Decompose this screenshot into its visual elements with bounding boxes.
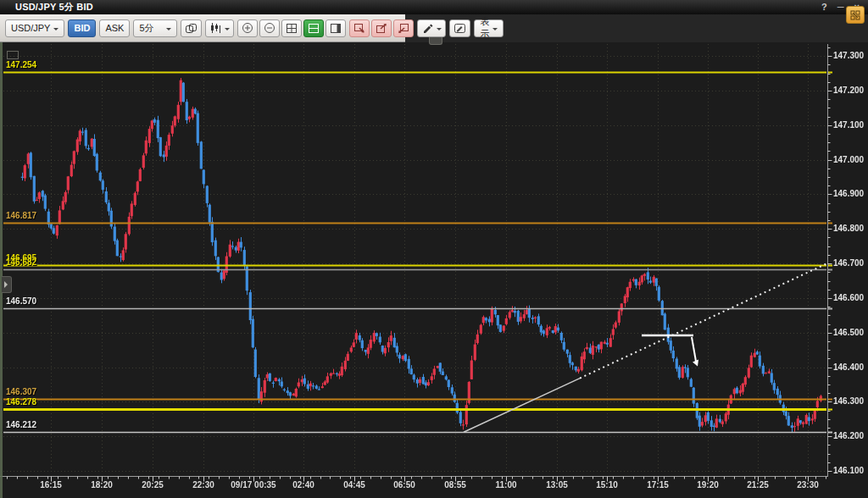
help-button[interactable]: ? (821, 1, 827, 14)
candlestick-chart[interactable] (0, 42, 868, 498)
layout-rows-button[interactable] (303, 19, 324, 37)
pencil-icon (421, 22, 433, 34)
chevron-down-icon (53, 28, 58, 33)
display-menu-button[interactable]: 表示 (474, 19, 504, 37)
new-window-icon (353, 23, 365, 34)
layout-panel-button[interactable] (326, 19, 346, 37)
chart-type-button[interactable] (205, 19, 234, 37)
layout-panel-icon (330, 23, 342, 34)
popout-window-icon (376, 23, 387, 34)
chart-flag-icon (7, 51, 19, 59)
detach-window-icon (398, 23, 409, 34)
chevron-down-icon (166, 28, 171, 33)
layout-split-button[interactable] (281, 19, 302, 37)
timeframe-label: 5分 (139, 22, 153, 35)
display-menu-label: 表示 (480, 15, 489, 41)
zoom-out-icon (264, 22, 275, 34)
left-panel-toggle[interactable] (2, 276, 12, 293)
zoom-in-icon (242, 22, 253, 34)
chevron-down-icon (437, 28, 442, 33)
bid-button[interactable]: BID (68, 19, 96, 37)
link-charts-button[interactable] (181, 19, 202, 37)
title-bar: USD/JPY 5分 BID ? ─ × (0, 0, 868, 14)
candlestick-type-icon (209, 22, 221, 34)
chart-edit-button[interactable] (449, 19, 470, 37)
window-title: USD/JPY 5分 BID (0, 1, 93, 14)
symbol-select[interactable]: USD/JPY (5, 19, 64, 37)
grid-layout-button[interactable] (846, 6, 865, 24)
toolbar: USD/JPY BID ASK 5分 (0, 14, 405, 42)
popout-window-button[interactable] (371, 19, 392, 37)
zoom-out-button[interactable] (259, 19, 280, 37)
timeframe-select[interactable]: 5分 (133, 19, 177, 37)
detach-window-button[interactable] (393, 19, 414, 37)
layout-rows-icon (308, 23, 320, 34)
minimize-button[interactable]: ─ (837, 1, 844, 14)
symbol-label: USD/JPY (11, 23, 50, 33)
chevron-right-icon (4, 281, 11, 288)
chart-edit-icon (453, 23, 466, 34)
chevron-down-icon (225, 28, 230, 33)
window-edge (0, 42, 3, 498)
grid-layout-icon (850, 10, 860, 20)
panel-collapse-handle[interactable] (429, 37, 442, 45)
zoom-layout-group (237, 19, 346, 37)
zoom-in-button[interactable] (237, 19, 258, 37)
chevron-down-icon (492, 28, 498, 33)
new-window-button[interactable] (349, 19, 370, 37)
ask-button[interactable]: ASK (99, 19, 130, 37)
window-tools-group (349, 19, 414, 37)
link-charts-icon (185, 23, 198, 34)
draw-tools-button[interactable] (417, 19, 446, 37)
layout-split-icon (286, 23, 298, 34)
